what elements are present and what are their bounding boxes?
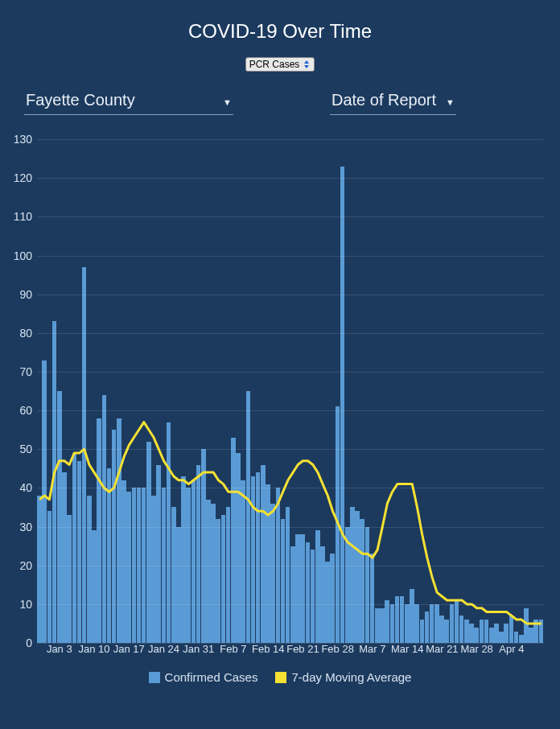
bar [181, 476, 186, 643]
bar [57, 391, 62, 643]
bar [231, 438, 236, 643]
bar [241, 480, 245, 643]
bar [146, 442, 151, 643]
x-axis: Jan 3Jan 10Jan 17Jan 24Jan 31Feb 7Feb 14… [37, 643, 544, 659]
bar [196, 465, 201, 643]
bar [455, 600, 459, 643]
x-tick-label: Apr 4 [499, 643, 524, 655]
gridline [37, 333, 544, 334]
bar [72, 453, 77, 643]
bar [360, 519, 364, 643]
gridline [37, 488, 544, 488]
y-tick-label: 20 [10, 559, 37, 572]
bar [315, 530, 320, 643]
bar [514, 632, 519, 643]
bar [97, 418, 101, 643]
bar [370, 554, 375, 643]
bar [47, 511, 52, 643]
bar [425, 612, 430, 643]
x-tick-label: Jan 31 [183, 643, 214, 655]
date-dropdown-label: Date of Report [331, 91, 436, 109]
bar [469, 624, 474, 643]
gridline [37, 449, 544, 450]
bar [102, 395, 107, 643]
bar [216, 519, 220, 643]
gridline [37, 256, 544, 257]
y-tick-label: 80 [10, 327, 37, 340]
y-tick-label: 110 [10, 210, 37, 223]
x-tick-label: Mar 21 [426, 643, 458, 655]
bar [464, 620, 469, 643]
bar [256, 472, 261, 643]
bar [365, 527, 370, 643]
bar [281, 519, 286, 643]
bar [410, 589, 414, 643]
y-tick-label: 130 [10, 133, 37, 146]
bar [380, 608, 385, 643]
gridline [37, 216, 544, 217]
bar [474, 628, 479, 643]
bar [509, 616, 514, 643]
bar [236, 453, 241, 643]
legend-item-moving-avg: 7-day Moving Average [275, 670, 411, 684]
bar [325, 562, 330, 643]
bar [290, 546, 295, 643]
x-tick-label: Feb 14 [252, 643, 284, 655]
y-tick-label: 50 [10, 443, 37, 455]
bar [112, 430, 117, 643]
y-tick-label: 30 [10, 521, 37, 533]
bar [405, 604, 410, 643]
y-tick-label: 120 [10, 171, 37, 184]
x-tick-label: Jan 3 [47, 643, 72, 655]
legend-swatch-bar [149, 672, 160, 683]
plot-area: 0102030405060708090100110120130 [37, 120, 544, 643]
bar [529, 628, 533, 643]
bar [42, 360, 47, 643]
bar [221, 515, 226, 643]
legend-label-confirmed: Confirmed Cases [165, 670, 258, 684]
bar [121, 480, 126, 643]
x-tick-label: Mar 14 [391, 643, 423, 655]
bar [355, 511, 360, 643]
bar [311, 550, 315, 643]
gridline [37, 139, 544, 140]
bar [350, 507, 355, 643]
bar [251, 476, 256, 643]
x-tick-label: Jan 10 [78, 643, 109, 655]
sort-icon [303, 60, 311, 69]
bar [191, 480, 196, 643]
bar [385, 600, 389, 643]
bar [62, 472, 67, 643]
bar [430, 604, 434, 643]
county-dropdown[interactable]: Fayette County ▼ [24, 86, 233, 115]
gridline [37, 372, 544, 373]
bar [504, 624, 509, 643]
date-dropdown[interactable]: Date of Report ▼ [330, 86, 456, 115]
bars-container [37, 120, 544, 643]
metric-select[interactable]: PCR Cases [245, 57, 315, 72]
chevron-down-icon: ▼ [223, 97, 232, 107]
bar [434, 604, 439, 643]
bar [375, 608, 380, 643]
chart: 0102030405060708090100110120130 Jan 3Jan… [8, 120, 546, 667]
bar [167, 422, 171, 643]
bar [489, 628, 494, 643]
y-tick-label: 70 [10, 365, 37, 378]
x-tick-label: Mar 28 [460, 643, 492, 655]
bar [414, 604, 419, 643]
bar [151, 496, 156, 643]
gridline [37, 566, 544, 566]
bar [52, 321, 57, 643]
bar [320, 546, 325, 643]
bar [459, 616, 464, 643]
bar [420, 620, 425, 643]
y-tick-label: 10 [10, 598, 37, 611]
metric-select-label: PCR Cases [249, 59, 300, 70]
y-tick-label: 60 [10, 404, 37, 417]
bar [37, 496, 42, 643]
x-tick-label: Feb 28 [321, 643, 353, 655]
gridline [37, 527, 544, 528]
bar [270, 504, 275, 643]
bar [226, 507, 231, 643]
bar [211, 504, 216, 643]
